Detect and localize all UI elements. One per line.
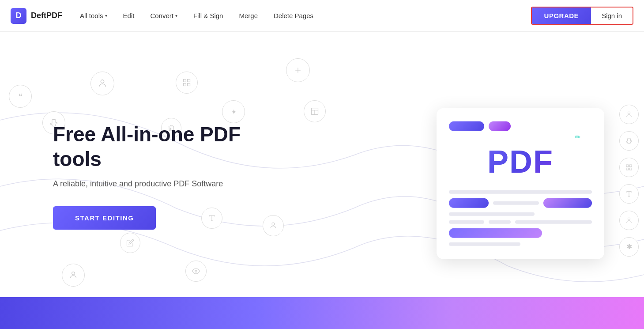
pdf-line-1 [449,190,592,193]
pdf-line-5 [449,242,520,246]
pdf-line-row-2 [449,220,592,223]
nav-edit[interactable]: Edit [123,12,135,19]
logo-icon: D [11,8,26,24]
bg-icon-pencil [120,233,140,253]
edit-pencil-icon: ✏ [575,132,580,141]
right-icon-3 [619,158,639,177]
pdf-preview-lines [449,190,592,246]
pdf-inline-btn-2 [543,198,592,208]
bg-icon-person [90,72,114,95]
hero-title: Free All-in-one PDF tools [53,122,282,171]
pdf-long-btn [449,228,542,238]
upgrade-signin-group: UPGRADE Sign in [531,7,633,25]
pdf-preview-header [449,121,592,131]
pdf-line-3 [449,212,535,216]
svg-rect-19 [629,168,632,170]
convert-chevron-icon: ▾ [175,13,177,18]
pdf-line-4c [515,220,592,223]
bg-icon-user [62,264,85,287]
bg-icon-star: ✦ [222,100,245,123]
upgrade-button[interactable]: UPGRADE [532,8,591,24]
bg-icon-grid [176,72,198,94]
svg-rect-18 [626,168,629,170]
svg-point-0 [101,80,104,83]
svg-rect-7 [312,108,318,115]
right-icon-6: ✱ [619,237,639,257]
logo[interactable]: D DeftPDF [11,8,62,24]
pdf-line-2 [493,201,539,204]
nav-convert[interactable]: Convert ▾ [150,12,177,19]
nav-all-tools[interactable]: All tools ▾ [80,12,107,19]
nav-right: UPGRADE Sign in [531,7,633,25]
pdf-line-row-1 [449,198,592,208]
pdf-preview-card: ✏ PDF [437,108,604,259]
start-editing-button[interactable]: START EDITING [53,206,156,230]
nav-links: All tools ▾ Edit Convert ▾ Fill & Sign M… [80,12,531,19]
svg-rect-1 [184,79,186,82]
pdf-line-4b [489,220,511,223]
pdf-inline-btn-1 [449,198,489,208]
right-sidebar-icons: ✱ [619,105,639,257]
hero-left: Free All-in-one PDF tools A reliable, in… [53,122,282,229]
svg-point-22 [628,218,630,220]
pdf-big-label: PDF [449,143,592,179]
bg-icon-quote: ❝ [9,85,32,108]
svg-point-13 [72,272,75,275]
svg-point-15 [628,112,630,114]
bottom-gradient-bar [0,297,644,329]
bg-icon-eye [185,261,207,282]
pdf-line-4a [449,220,484,223]
svg-rect-4 [188,83,190,86]
bg-icon-plus [286,58,310,82]
right-icon-4 [619,184,639,204]
right-icon-5 [619,211,639,230]
signin-button[interactable]: Sign in [591,8,633,24]
all-tools-chevron-icon: ▾ [105,13,107,18]
svg-rect-2 [188,79,190,82]
svg-rect-17 [629,165,632,167]
svg-point-14 [195,270,197,272]
right-icon-2 [619,131,639,151]
svg-rect-3 [184,83,186,86]
right-icon-1 [619,105,639,124]
navbar: D DeftPDF All tools ▾ Edit Convert ▾ Fil… [0,0,644,32]
pdf-pill-blue [449,121,484,131]
svg-rect-16 [626,165,629,167]
nav-delete-pages[interactable]: Delete Pages [274,12,313,19]
nav-fill-sign[interactable]: Fill & Sign [193,12,223,19]
hero-subtitle: A reliable, intuitive and productive PDF… [53,179,265,189]
hero-section: ❝ ✦ [0,32,644,329]
bg-icon-table [304,100,326,122]
nav-merge[interactable]: Merge [239,12,258,19]
pdf-pill-purple [489,121,511,131]
logo-text: DeftPDF [31,11,62,20]
